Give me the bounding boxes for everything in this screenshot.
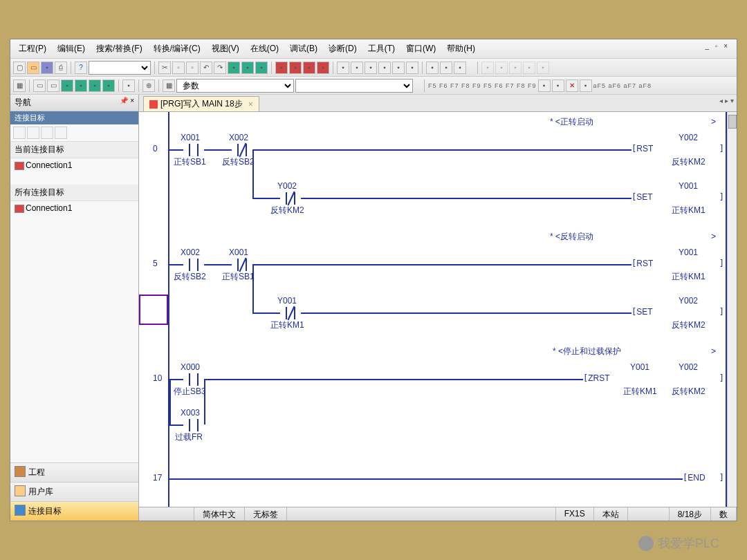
tb-a[interactable]: ▪ xyxy=(228,62,240,74)
t2-l[interactable]: ▪ xyxy=(552,80,564,92)
coil-zrst[interactable]: [ZRST xyxy=(583,373,610,383)
print-icon[interactable]: ⎙ xyxy=(55,62,67,74)
nav-connection-1[interactable]: Connection1 xyxy=(10,158,138,172)
combo-3[interactable] xyxy=(295,79,413,93)
tab-nav[interactable]: ◂ ▸ ▾ xyxy=(719,97,734,104)
menu-window[interactable]: 窗口(W) xyxy=(402,41,440,56)
tb-p[interactable]: ▪ xyxy=(454,62,466,74)
tb-s[interactable]: ▪ xyxy=(509,62,522,74)
t2-f[interactable]: ▪ xyxy=(89,80,101,92)
tb-m[interactable]: ▪ xyxy=(406,62,418,74)
coil-set-y002[interactable]: [SET xyxy=(631,307,653,317)
contact-x002-desc: 反转SB2 xyxy=(222,156,255,168)
menu-debug[interactable]: 调试(B) xyxy=(286,41,322,56)
coil-end: [END xyxy=(683,473,706,483)
menu-bar: 工程(P) 编辑(E) 搜索/替换(F) 转换/编译(C) 视图(V) 在线(O… xyxy=(10,39,737,59)
t2-c[interactable]: ▭ xyxy=(47,80,59,92)
scrollbar-thumb[interactable] xyxy=(728,115,737,129)
tb-h[interactable]: ▪ xyxy=(337,62,349,74)
contact-x001[interactable] xyxy=(183,144,204,156)
tb-u[interactable]: ▪ xyxy=(537,62,549,74)
contact-y001-nc[interactable] xyxy=(280,307,301,319)
ladder-editor[interactable]: * <正转启动> 0 X001 正转SB1 X002 反转SB2 [RST Y0… xyxy=(139,112,737,507)
copy-icon[interactable]: ▫ xyxy=(172,62,185,74)
tb-i[interactable]: ▪ xyxy=(351,62,363,74)
pin-icon[interactable]: 📌 × xyxy=(120,97,134,104)
t2-g[interactable]: ▪ xyxy=(102,80,115,92)
t2-i[interactable]: ⊕ xyxy=(142,80,155,92)
tb-q[interactable]: ▪ xyxy=(481,62,494,74)
toolbar-1: ▢ ▭ ▪ ⎙ ? ✂ ▫ ▫ ↶ ↷ ▪ ▪ ▪ ▪ ▪ ▪ ▪ ▪ ▪ ▪ … xyxy=(10,59,737,77)
contact-x002-nc[interactable] xyxy=(232,144,252,156)
tb-c[interactable]: ▪ xyxy=(255,62,268,74)
nav-ic-4[interactable] xyxy=(55,127,67,139)
nav-ic-1[interactable] xyxy=(13,127,26,139)
coil-rst-y001[interactable]: [RST xyxy=(631,259,653,268)
contact-x001-label: X001 xyxy=(181,133,200,142)
t2-e[interactable]: ▪ xyxy=(75,80,87,92)
nav-ic-3[interactable] xyxy=(41,127,53,139)
t2-b[interactable]: ▭ xyxy=(33,80,46,92)
nav-connection-target[interactable]: 连接目标 xyxy=(10,501,138,521)
tb-f[interactable]: ▪ xyxy=(303,62,315,74)
t2-d[interactable]: ▪ xyxy=(61,80,73,92)
t2-j[interactable]: ▦ xyxy=(163,80,175,92)
tb-n[interactable]: ▪ xyxy=(426,62,439,74)
contact-x001-nc[interactable] xyxy=(232,259,252,271)
menu-help[interactable]: 帮助(H) xyxy=(443,41,479,56)
t2-k[interactable]: ▪ xyxy=(538,80,551,92)
menu-compile[interactable]: 转换/编译(C) xyxy=(149,41,205,56)
tab-main-program[interactable]: [PRG]写入 MAIN 18步 × xyxy=(143,96,259,111)
nav-userlib[interactable]: 用户库 xyxy=(10,482,138,501)
tb-t[interactable]: ▪ xyxy=(523,62,535,74)
coil-bracket-0: ] xyxy=(719,144,724,153)
tb-d[interactable]: ▪ xyxy=(275,62,288,74)
menu-online[interactable]: 在线(O) xyxy=(246,41,283,56)
toolbar-2: ▦ ▭ ▭ ▪ ▪ ▪ ▪ ▪ ⊕ ▦ 参数 F5 F6 F7 F8 F9 F5… xyxy=(10,77,737,95)
menu-edit[interactable]: 编辑(E) xyxy=(53,41,89,56)
tb-j[interactable]: ▪ xyxy=(365,62,377,74)
tab-close-icon[interactable]: × xyxy=(248,100,253,109)
tb-k[interactable]: ▪ xyxy=(378,62,391,74)
save-icon[interactable]: ▪ xyxy=(41,62,53,74)
menu-find[interactable]: 搜索/替换(F) xyxy=(92,41,147,56)
nav-connection-2[interactable]: Connection1 xyxy=(10,201,138,215)
tb-e[interactable]: ▪ xyxy=(289,62,302,74)
t2-m[interactable]: ✕ xyxy=(566,80,578,92)
contact-x002[interactable] xyxy=(183,259,204,271)
open-icon[interactable]: ▭ xyxy=(27,62,39,74)
coil-set-y001[interactable]: [SET xyxy=(631,192,653,202)
help-icon[interactable]: ? xyxy=(75,62,87,74)
cut-icon[interactable]: ✂ xyxy=(158,62,171,74)
nav-project[interactable]: 工程 xyxy=(10,463,138,482)
contact-y002-nc[interactable] xyxy=(280,192,301,205)
t2-n[interactable]: ▪ xyxy=(580,80,592,92)
menu-tools[interactable]: 工具(T) xyxy=(364,41,399,56)
step-0: 0 xyxy=(153,144,158,153)
tb-l[interactable]: ▪ xyxy=(392,62,405,74)
contact-x003-desc: 过载FR xyxy=(175,431,203,443)
t2-a[interactable]: ▦ xyxy=(13,80,26,92)
tb-b[interactable]: ▪ xyxy=(241,62,254,74)
undo-icon[interactable]: ↶ xyxy=(200,62,212,74)
nav-ic-2[interactable] xyxy=(27,127,39,139)
combo-1[interactable] xyxy=(89,61,151,75)
menu-view[interactable]: 视图(V) xyxy=(208,41,243,56)
tb-o[interactable]: ▪ xyxy=(440,62,452,74)
combo-param[interactable]: 参数 xyxy=(176,79,294,93)
window-controls[interactable]: _ ▫ × xyxy=(701,41,734,51)
tb-r[interactable]: ▪ xyxy=(495,62,508,74)
coil-rst-y002[interactable]: [RST xyxy=(631,144,653,153)
contact-x000[interactable] xyxy=(183,373,204,386)
menu-project[interactable]: 工程(P) xyxy=(15,41,50,56)
new-icon[interactable]: ▢ xyxy=(13,62,26,74)
vertical-scrollbar[interactable] xyxy=(727,112,737,507)
menu-diagnose[interactable]: 诊断(D) xyxy=(324,41,361,56)
paste-icon[interactable]: ▫ xyxy=(186,62,199,74)
ladder-cursor[interactable] xyxy=(139,295,168,325)
tb-g[interactable]: ▪ xyxy=(317,62,329,74)
coil-y001b-desc: 正转KM1 xyxy=(672,271,706,283)
redo-icon[interactable]: ↷ xyxy=(214,62,226,74)
contact-x003[interactable] xyxy=(183,419,204,431)
t2-h[interactable]: ▪ xyxy=(122,80,135,92)
